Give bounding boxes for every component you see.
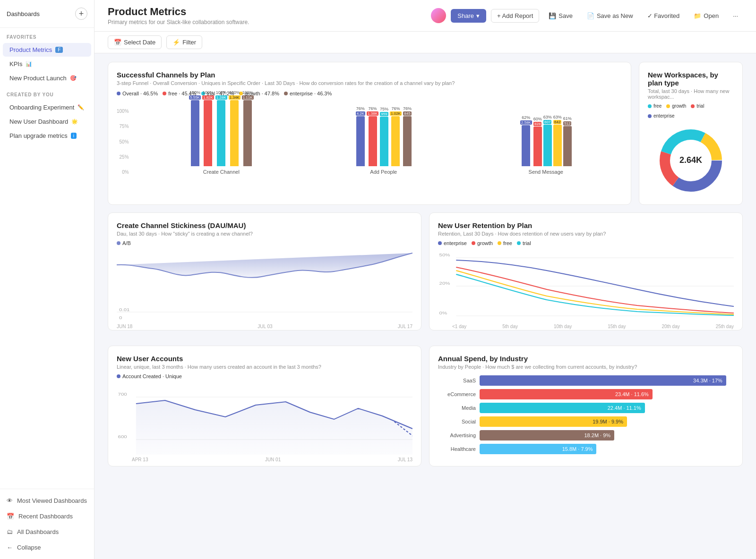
svg-text:0: 0 — [119, 315, 122, 320]
most-viewed-button[interactable]: 👁 Most Viewed Dashboards — [0, 493, 94, 508]
collapse-button[interactable]: ← Collapse — [0, 540, 94, 555]
bar — [391, 116, 400, 166]
spend-title: Annual Spend, by Industry — [438, 355, 734, 363]
new-accounts-card: New User Accounts Linear, unique, last 3… — [108, 346, 421, 466]
accounts-subtitle: Linear, unique, last 3 months · How many… — [117, 364, 412, 370]
collapse-icon: ← — [7, 544, 13, 551]
annual-spend-card: Annual Spend, by Industry Industry by Pe… — [429, 346, 743, 466]
kpis-icon: 📊 — [26, 61, 32, 67]
retention-legend: enterprise growth free trial — [438, 240, 734, 246]
spend-chart: SaaS 34.3M · 17% eCommerce 23.4M · 11.6%… — [438, 375, 734, 454]
group-label: Send Message — [529, 169, 563, 175]
sidebar: Dashboards + FAVORITES Product Metrics F… — [0, 0, 94, 559]
sidebar-badge-product: F — [55, 47, 63, 53]
spend-bar-healthcare: Healthcare 15.8M · 7.9% — [438, 444, 734, 454]
channel-stickiness-card: Create Channel Stickiness (DAU/MAU) Dau,… — [108, 212, 421, 330]
chevron-down-icon: ▾ — [476, 12, 480, 19]
bar — [380, 117, 388, 166]
bar — [243, 100, 252, 166]
x-axis-labels: APR 13 JUN 01 JUL 13 — [117, 457, 412, 462]
page-title: Product Metrics — [108, 6, 249, 18]
sidebar-item-label: Product Metrics — [9, 46, 52, 53]
x-axis-labels: JUN 18 JUL 03 JUL 17 — [117, 324, 412, 329]
more-button[interactable]: ··· — [728, 9, 743, 22]
main-content: Product Metrics Primary metrics for our … — [94, 0, 756, 559]
save-button[interactable]: 💾 Save — [544, 9, 577, 22]
add-dashboard-button[interactable]: + — [75, 8, 87, 20]
middle-row: Create Channel Stickiness (DAU/MAU) Dau,… — [108, 212, 743, 338]
header-left: Product Metrics Primary metrics for our … — [108, 6, 249, 25]
sidebar-item-product-metrics[interactable]: Product Metrics F — [3, 43, 91, 57]
sidebar-item-label: KPIs — [9, 60, 22, 68]
user-retention-card: New User Retention by Plan Retention, La… — [429, 212, 743, 330]
save-new-button[interactable]: 📄 Save as New — [582, 9, 638, 22]
accounts-chart: 700 600 — [117, 384, 412, 455]
add-report-button[interactable]: + Add Report — [491, 9, 539, 23]
new-workspaces-card: New Workspaces, by plan type Total, last… — [639, 62, 743, 205]
svg-text:20%: 20% — [439, 281, 450, 286]
most-viewed-icon: 👁 — [7, 497, 13, 504]
svg-text:700: 700 — [118, 392, 127, 397]
x-axis-labels: <1 day 5th day 10th day 15th day 20th da… — [438, 324, 734, 329]
all-label: All Dashboards — [17, 528, 59, 535]
save-new-icon: 📄 — [587, 12, 594, 19]
bar — [522, 125, 530, 166]
accounts-legend: Account Created · Unique — [117, 373, 412, 379]
spend-bar-social: Social 19.9M · 9.9% — [438, 416, 734, 427]
sidebar-item-onboarding[interactable]: Onboarding Experiment ✏️ — [3, 101, 91, 114]
stickiness-legend: A/B — [117, 240, 412, 246]
sidebar-section-created: CREATED BY YOU Onboarding Experiment ✏️ … — [0, 85, 94, 143]
spend-bar-media: Media 22.4M · 11.1% — [438, 403, 734, 413]
svg-text:2.64K: 2.64K — [679, 155, 702, 165]
svg-text:600: 600 — [118, 434, 127, 439]
spend-subtitle: Industry by People · How much $ are we c… — [438, 364, 734, 370]
sidebar-item-new-product-launch[interactable]: New Product Launch 🎯 — [3, 71, 91, 85]
page-header: Product Metrics Primary metrics for our … — [94, 0, 756, 32]
sidebar-item-new-user-dashboard[interactable]: New User Dashboard 🌟 — [3, 115, 91, 128]
successful-channels-title: Successful Channels by Plan — [117, 71, 622, 79]
workspaces-title: New Workspaces, by plan type — [648, 71, 734, 87]
workspaces-legend: free growth trial enterprise — [648, 103, 734, 119]
sidebar-item-plan-upgrade[interactable]: Plan upgrade metrics i — [3, 129, 91, 143]
filter-icon: ⚡ — [172, 39, 180, 46]
bottom-row: New User Accounts Linear, unique, last 3… — [108, 346, 743, 474]
svg-text:50%: 50% — [439, 253, 450, 257]
all-icon: 🗂 — [7, 528, 13, 535]
bar — [204, 100, 212, 166]
sidebar-bottom: 👁 Most Viewed Dashboards 📅 Recent Dashbo… — [0, 489, 94, 559]
retention-title: New User Retention by Plan — [438, 221, 734, 229]
sidebar-item-kpis[interactable]: KPIs 📊 — [3, 57, 91, 71]
open-button[interactable]: 📁 Open — [689, 9, 723, 22]
retention-subtitle: Retention, Last 30 Days · How does reten… — [438, 231, 734, 237]
sidebar-item-label: Onboarding Experiment — [9, 104, 74, 111]
favorited-button[interactable]: ✓ Favorited — [643, 9, 685, 22]
bar — [403, 116, 412, 166]
created-label: CREATED BY YOU — [0, 85, 94, 100]
stickiness-title: Create Channel Stickiness (DAU/MAU) — [117, 221, 412, 229]
group-label: Add People — [370, 169, 397, 175]
recent-label: Recent Dashboards — [18, 513, 73, 520]
stickiness-chart: 0.01 0 JUN 18 JUL 03 JUL 17 — [117, 251, 412, 322]
top-row: Successful Channels by Plan 3-step Funne… — [108, 62, 743, 205]
filter-button[interactable]: ⚡ Filter — [166, 35, 202, 49]
new-product-icon: 🎯 — [70, 75, 77, 81]
sidebar-item-label: New Product Launch — [9, 75, 67, 82]
sidebar-title: Dashboards — [7, 10, 40, 17]
most-viewed-label: Most Viewed Dashboards — [17, 497, 87, 504]
bar — [356, 116, 365, 166]
select-date-button[interactable]: 📅 Select Date — [108, 35, 162, 49]
bar-chart: 100% 75% 50% 25% 0% 100% — [117, 101, 622, 177]
bar — [369, 116, 377, 166]
recent-dashboards-button[interactable]: 📅 Recent Dashboards — [0, 508, 94, 524]
successful-channels-subtitle: 3-step Funnel · Overall Conversion · Uni… — [117, 80, 622, 86]
bar — [543, 125, 552, 166]
bar — [533, 127, 542, 166]
bar-group-bars: 62% 2.58K 60% 828 63% — [520, 100, 572, 166]
y-axis: 100% 75% 50% 25% 0% — [117, 109, 131, 175]
workspaces-subtitle: Total, last 30 days · How many new works… — [648, 88, 734, 100]
share-button[interactable]: Share ▾ — [451, 9, 486, 23]
all-dashboards-button[interactable]: 🗂 All Dashboards — [0, 524, 94, 540]
bar — [230, 100, 239, 166]
sidebar-item-label: New User Dashboard — [9, 118, 68, 125]
bar-groups: 100% 5.55K 100% 1.82K — [145, 100, 622, 175]
